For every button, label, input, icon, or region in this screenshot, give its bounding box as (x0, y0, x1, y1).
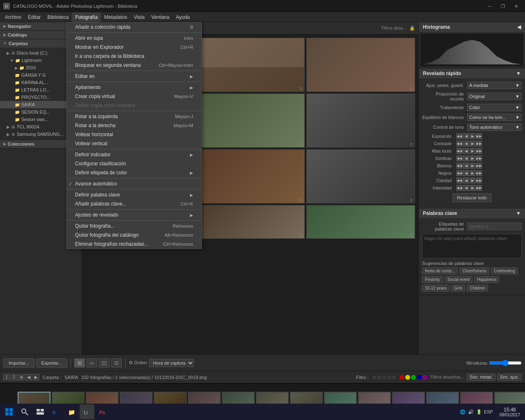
menu-separator-3 (67, 82, 201, 82)
photography-menu: Añadir a colección rápida B Abrir en lup… (66, 22, 202, 249)
menu-lock-window[interactable]: Bloquear en segunda ventana Ctrl+Mayús+I… (67, 61, 201, 70)
menu-rotate-left[interactable]: Rotar a la izquierda Mayús+J (67, 112, 201, 121)
menu-add-quick-collection[interactable]: Añadir a colección rápida B (67, 23, 201, 32)
menu-separator-1 (67, 32, 201, 33)
menu-flip-vertical[interactable]: Voltear vertical (67, 139, 201, 148)
menu-set-keyword[interactable]: Definir palabra clave ▶ (67, 190, 201, 199)
menu-separator-9 (67, 220, 201, 221)
menu-set-color-label[interactable]: Definir etiqueta de color ▶ (67, 168, 201, 177)
menu-set-flag[interactable]: Definir indicador ▶ (67, 150, 201, 159)
menu-open-loupe[interactable]: Abrir en lupa Intro (67, 34, 201, 43)
menu-separator-5 (67, 149, 201, 149)
menu-remove-from-catalog[interactable]: Quitar fotografía del catálogo Alt+Retro… (67, 231, 201, 240)
menu-rotate-right[interactable]: Rotar a la derecha Mayús+M (67, 121, 201, 130)
menu-develop-settings[interactable]: Ajustes de revelado ▶ (67, 210, 201, 219)
menu-set-rating[interactable]: Configurar clasificación (67, 159, 201, 168)
menu-add-keywords[interactable]: Añadir palabras clave... Ctrl+K (67, 199, 201, 208)
menu-set-as-master: Definir copia como maestra (67, 101, 201, 110)
menu-remove-photo[interactable]: Quitar fotografía... Retroceso (67, 221, 201, 231)
menu-go-to-folder[interactable]: Ir a una carpeta de la Biblioteca (67, 52, 201, 61)
menu-separator-6 (67, 178, 201, 178)
menu-separator-4 (67, 111, 201, 111)
menu-flip-horizontal[interactable]: Voltear horizontal (67, 130, 201, 139)
menu-delete-rejected[interactable]: Eliminar fotografías rechazadas... Ctrl+… (67, 240, 201, 249)
menu-edit-in[interactable]: Editar en ▶ (67, 72, 201, 81)
menu-create-virtual-copy[interactable]: Crear copia virtual Mayús+V (67, 92, 201, 101)
menu-stacking[interactable]: Apilamiento ▶ (67, 83, 201, 92)
menu-separator-2 (67, 71, 201, 71)
menu-separator-7 (67, 189, 201, 189)
menu-show-explorer[interactable]: Mostrar en Explorador Ctrl+R (67, 43, 201, 52)
menu-auto-advance[interactable]: ✓ Avance automático (67, 179, 201, 188)
menu-separator-8 (67, 209, 201, 210)
